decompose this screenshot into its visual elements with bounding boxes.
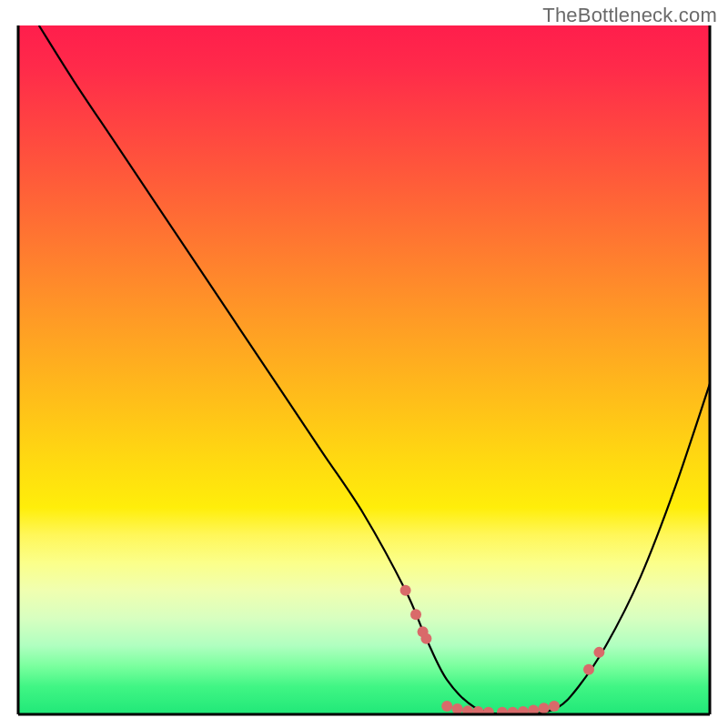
data-point	[539, 703, 550, 713]
data-point	[497, 707, 508, 718]
chart-container: TheBottleneck.com	[0, 0, 728, 728]
data-point	[452, 703, 463, 714]
data-point	[420, 633, 431, 644]
data-point	[483, 707, 494, 718]
data-point	[593, 647, 604, 658]
data-point	[410, 609, 421, 620]
data-point	[400, 585, 411, 596]
data-point	[549, 701, 560, 712]
gradient-background	[18, 25, 710, 714]
data-point	[441, 701, 452, 712]
data-point	[583, 664, 594, 675]
bottleneck-chart	[0, 0, 728, 728]
watermark-text: TheBottleneck.com	[542, 4, 717, 27]
data-point	[507, 707, 518, 718]
